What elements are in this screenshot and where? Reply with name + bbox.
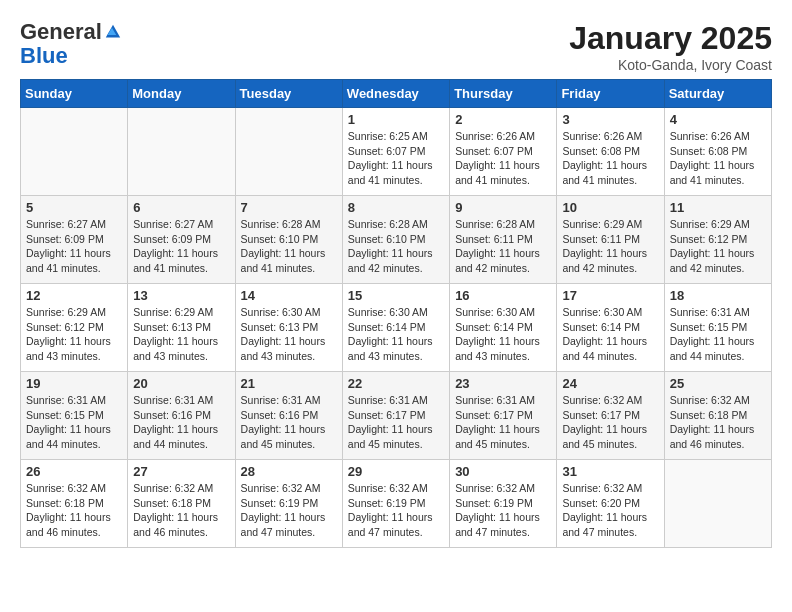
table-row: 8Sunrise: 6:28 AMSunset: 6:10 PMDaylight… (342, 196, 449, 284)
day-number: 18 (670, 288, 766, 303)
day-info: Sunrise: 6:29 AMSunset: 6:11 PMDaylight:… (562, 217, 658, 276)
table-row: 30Sunrise: 6:32 AMSunset: 6:19 PMDayligh… (450, 460, 557, 548)
logo: General Blue (20, 20, 122, 68)
day-info: Sunrise: 6:31 AMSunset: 6:16 PMDaylight:… (133, 393, 229, 452)
logo-icon (104, 23, 122, 41)
day-info: Sunrise: 6:25 AMSunset: 6:07 PMDaylight:… (348, 129, 444, 188)
month-title: January 2025 (569, 20, 772, 57)
day-info: Sunrise: 6:31 AMSunset: 6:15 PMDaylight:… (670, 305, 766, 364)
day-info: Sunrise: 6:31 AMSunset: 6:16 PMDaylight:… (241, 393, 337, 452)
day-info: Sunrise: 6:27 AMSunset: 6:09 PMDaylight:… (26, 217, 122, 276)
table-row: 16Sunrise: 6:30 AMSunset: 6:14 PMDayligh… (450, 284, 557, 372)
day-info: Sunrise: 6:28 AMSunset: 6:10 PMDaylight:… (241, 217, 337, 276)
table-row (664, 460, 771, 548)
header-tuesday: Tuesday (235, 80, 342, 108)
day-number: 20 (133, 376, 229, 391)
day-info: Sunrise: 6:30 AMSunset: 6:14 PMDaylight:… (348, 305, 444, 364)
table-row: 29Sunrise: 6:32 AMSunset: 6:19 PMDayligh… (342, 460, 449, 548)
table-row: 14Sunrise: 6:30 AMSunset: 6:13 PMDayligh… (235, 284, 342, 372)
title-block: January 2025 Koto-Ganda, Ivory Coast (569, 20, 772, 73)
day-info: Sunrise: 6:32 AMSunset: 6:19 PMDaylight:… (241, 481, 337, 540)
day-info: Sunrise: 6:26 AMSunset: 6:08 PMDaylight:… (562, 129, 658, 188)
day-info: Sunrise: 6:30 AMSunset: 6:13 PMDaylight:… (241, 305, 337, 364)
day-number: 7 (241, 200, 337, 215)
day-info: Sunrise: 6:32 AMSunset: 6:18 PMDaylight:… (26, 481, 122, 540)
day-info: Sunrise: 6:32 AMSunset: 6:17 PMDaylight:… (562, 393, 658, 452)
day-info: Sunrise: 6:31 AMSunset: 6:15 PMDaylight:… (26, 393, 122, 452)
location-subtitle: Koto-Ganda, Ivory Coast (569, 57, 772, 73)
day-info: Sunrise: 6:31 AMSunset: 6:17 PMDaylight:… (455, 393, 551, 452)
day-number: 14 (241, 288, 337, 303)
day-number: 23 (455, 376, 551, 391)
table-row: 10Sunrise: 6:29 AMSunset: 6:11 PMDayligh… (557, 196, 664, 284)
day-number: 6 (133, 200, 229, 215)
day-info: Sunrise: 6:29 AMSunset: 6:13 PMDaylight:… (133, 305, 229, 364)
day-number: 9 (455, 200, 551, 215)
day-info: Sunrise: 6:26 AMSunset: 6:08 PMDaylight:… (670, 129, 766, 188)
header-monday: Monday (128, 80, 235, 108)
table-row: 20Sunrise: 6:31 AMSunset: 6:16 PMDayligh… (128, 372, 235, 460)
table-row: 13Sunrise: 6:29 AMSunset: 6:13 PMDayligh… (128, 284, 235, 372)
day-number: 31 (562, 464, 658, 479)
day-number: 3 (562, 112, 658, 127)
week-row-1: 5Sunrise: 6:27 AMSunset: 6:09 PMDaylight… (21, 196, 772, 284)
table-row: 15Sunrise: 6:30 AMSunset: 6:14 PMDayligh… (342, 284, 449, 372)
day-number: 25 (670, 376, 766, 391)
day-number: 8 (348, 200, 444, 215)
day-number: 26 (26, 464, 122, 479)
table-row: 27Sunrise: 6:32 AMSunset: 6:18 PMDayligh… (128, 460, 235, 548)
week-row-4: 26Sunrise: 6:32 AMSunset: 6:18 PMDayligh… (21, 460, 772, 548)
day-number: 15 (348, 288, 444, 303)
table-row: 19Sunrise: 6:31 AMSunset: 6:15 PMDayligh… (21, 372, 128, 460)
day-info: Sunrise: 6:29 AMSunset: 6:12 PMDaylight:… (26, 305, 122, 364)
table-row: 28Sunrise: 6:32 AMSunset: 6:19 PMDayligh… (235, 460, 342, 548)
day-number: 13 (133, 288, 229, 303)
logo-general-text: General (20, 20, 102, 44)
header-wednesday: Wednesday (342, 80, 449, 108)
table-row: 3Sunrise: 6:26 AMSunset: 6:08 PMDaylight… (557, 108, 664, 196)
day-info: Sunrise: 6:28 AMSunset: 6:11 PMDaylight:… (455, 217, 551, 276)
table-row: 26Sunrise: 6:32 AMSunset: 6:18 PMDayligh… (21, 460, 128, 548)
week-row-0: 1Sunrise: 6:25 AMSunset: 6:07 PMDaylight… (21, 108, 772, 196)
table-row: 23Sunrise: 6:31 AMSunset: 6:17 PMDayligh… (450, 372, 557, 460)
table-row: 4Sunrise: 6:26 AMSunset: 6:08 PMDaylight… (664, 108, 771, 196)
table-row: 11Sunrise: 6:29 AMSunset: 6:12 PMDayligh… (664, 196, 771, 284)
day-number: 27 (133, 464, 229, 479)
day-number: 16 (455, 288, 551, 303)
day-number: 30 (455, 464, 551, 479)
day-info: Sunrise: 6:30 AMSunset: 6:14 PMDaylight:… (562, 305, 658, 364)
day-info: Sunrise: 6:29 AMSunset: 6:12 PMDaylight:… (670, 217, 766, 276)
day-info: Sunrise: 6:30 AMSunset: 6:14 PMDaylight:… (455, 305, 551, 364)
calendar-table: Sunday Monday Tuesday Wednesday Thursday… (20, 79, 772, 548)
table-row: 9Sunrise: 6:28 AMSunset: 6:11 PMDaylight… (450, 196, 557, 284)
day-info: Sunrise: 6:32 AMSunset: 6:18 PMDaylight:… (133, 481, 229, 540)
header-thursday: Thursday (450, 80, 557, 108)
day-number: 10 (562, 200, 658, 215)
table-row (21, 108, 128, 196)
table-row: 7Sunrise: 6:28 AMSunset: 6:10 PMDaylight… (235, 196, 342, 284)
table-row: 1Sunrise: 6:25 AMSunset: 6:07 PMDaylight… (342, 108, 449, 196)
day-info: Sunrise: 6:32 AMSunset: 6:19 PMDaylight:… (455, 481, 551, 540)
day-number: 19 (26, 376, 122, 391)
logo-blue-text: Blue (20, 44, 122, 68)
header-friday: Friday (557, 80, 664, 108)
day-number: 12 (26, 288, 122, 303)
table-row (128, 108, 235, 196)
table-row: 17Sunrise: 6:30 AMSunset: 6:14 PMDayligh… (557, 284, 664, 372)
table-row: 18Sunrise: 6:31 AMSunset: 6:15 PMDayligh… (664, 284, 771, 372)
table-row: 22Sunrise: 6:31 AMSunset: 6:17 PMDayligh… (342, 372, 449, 460)
table-row: 6Sunrise: 6:27 AMSunset: 6:09 PMDaylight… (128, 196, 235, 284)
day-info: Sunrise: 6:28 AMSunset: 6:10 PMDaylight:… (348, 217, 444, 276)
table-row: 25Sunrise: 6:32 AMSunset: 6:18 PMDayligh… (664, 372, 771, 460)
day-number: 24 (562, 376, 658, 391)
day-info: Sunrise: 6:27 AMSunset: 6:09 PMDaylight:… (133, 217, 229, 276)
page-header: General Blue January 2025 Koto-Ganda, Iv… (10, 10, 782, 79)
week-row-3: 19Sunrise: 6:31 AMSunset: 6:15 PMDayligh… (21, 372, 772, 460)
day-number: 2 (455, 112, 551, 127)
table-row: 2Sunrise: 6:26 AMSunset: 6:07 PMDaylight… (450, 108, 557, 196)
day-number: 4 (670, 112, 766, 127)
table-row: 24Sunrise: 6:32 AMSunset: 6:17 PMDayligh… (557, 372, 664, 460)
header-sunday: Sunday (21, 80, 128, 108)
day-info: Sunrise: 6:32 AMSunset: 6:19 PMDaylight:… (348, 481, 444, 540)
day-number: 29 (348, 464, 444, 479)
